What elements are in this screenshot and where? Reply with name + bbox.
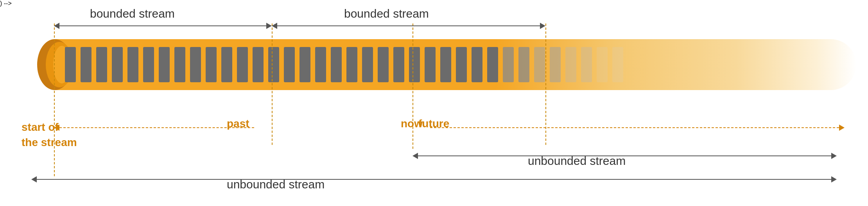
past-arrow xyxy=(54,125,254,131)
slat xyxy=(206,47,217,82)
stream-tube xyxy=(31,39,856,90)
slat-fade xyxy=(612,47,623,82)
bounded-stream-2-label: bounded stream xyxy=(344,7,429,20)
slat xyxy=(159,47,170,82)
slat xyxy=(268,47,279,82)
start-of-stream-label: start of the stream xyxy=(22,119,77,150)
slat-fade xyxy=(597,47,608,82)
bounded-stream-1-arrow xyxy=(54,23,272,29)
slat xyxy=(346,47,357,82)
slat xyxy=(237,47,248,82)
vline-bound1 xyxy=(272,23,273,145)
slat xyxy=(456,47,467,82)
slat-fade xyxy=(518,47,529,82)
future-label: future xyxy=(418,117,449,130)
slat xyxy=(190,47,201,82)
slat xyxy=(378,47,389,82)
future-arrow xyxy=(430,125,845,131)
slat xyxy=(127,47,138,82)
unbounded-stream-1-arrow xyxy=(31,176,837,183)
bounded-stream-1-label: bounded stream xyxy=(90,7,175,20)
slat xyxy=(81,47,91,82)
unbounded-stream-1-label: unbounded stream xyxy=(227,178,325,191)
slat xyxy=(440,47,451,82)
slat xyxy=(253,47,264,82)
slat xyxy=(96,47,107,82)
bounded-stream-2-arrow xyxy=(272,23,545,29)
slat xyxy=(362,47,373,82)
slat-fade xyxy=(534,47,545,82)
vline-now xyxy=(412,23,413,149)
slat xyxy=(393,47,404,82)
slat xyxy=(174,47,185,82)
slat xyxy=(409,47,420,82)
slat xyxy=(425,47,436,82)
slat xyxy=(284,47,295,82)
slat xyxy=(487,47,498,82)
slat xyxy=(315,47,326,82)
slat xyxy=(331,47,342,82)
slat xyxy=(472,47,482,82)
slat xyxy=(221,47,232,82)
slat-fade xyxy=(581,47,592,82)
slat xyxy=(65,47,76,82)
stream-diagram: bounded stream bounded stream start of t… xyxy=(0,0,868,206)
slat-fade xyxy=(503,47,514,82)
unbounded-stream-2-label: unbounded stream xyxy=(528,154,626,168)
slat xyxy=(143,47,154,82)
past-label: past xyxy=(227,117,249,130)
slat xyxy=(112,47,123,82)
vline-start xyxy=(54,23,55,176)
slat-fade xyxy=(550,47,561,82)
slats-container xyxy=(63,45,817,84)
slat xyxy=(299,47,310,82)
slat-fade xyxy=(565,47,576,82)
